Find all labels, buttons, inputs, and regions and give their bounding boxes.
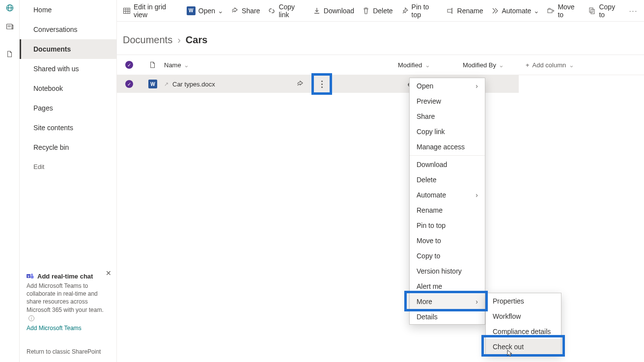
sidebar-item-pages[interactable]: Pages: [20, 98, 116, 118]
menu-manage-access[interactable]: Manage access: [410, 139, 485, 154]
menu-pin[interactable]: Pin to top: [410, 218, 485, 233]
menu-copy-link[interactable]: Copy link: [410, 124, 485, 139]
submenu-checkout[interactable]: Check out: [486, 339, 561, 354]
sidebar-item-conversations[interactable]: Conversations: [20, 20, 116, 39]
menu-download[interactable]: Download: [410, 157, 485, 172]
move-button[interactable]: Move to: [547, 3, 580, 19]
chevron-down-icon: ⌄: [184, 62, 189, 67]
automate-button[interactable]: Automate ⌄: [491, 7, 539, 15]
svg-point-9: [31, 274, 33, 276]
breadcrumb-leaf: Cars: [186, 34, 207, 46]
context-menu: Open Preview Share Copy link Manage acce…: [409, 78, 485, 325]
file-name[interactable]: Car types.docx: [172, 81, 215, 88]
svg-text:T: T: [28, 275, 30, 278]
cursor-icon: [507, 350, 514, 357]
sidebar-item-home[interactable]: Home: [20, 0, 116, 20]
pin-button[interactable]: Pin to top: [401, 3, 439, 19]
menu-open[interactable]: Open: [410, 78, 485, 93]
checkout-indicator-icon: ↗: [164, 81, 168, 87]
pin-icon: [401, 7, 409, 15]
chevron-down-icon: ⌄: [218, 8, 223, 13]
svg-rect-16: [448, 9, 452, 12]
sidebar-item-documents[interactable]: Documents: [20, 39, 116, 59]
add-column-button[interactable]: +Add column⌄: [526, 61, 574, 69]
copy-link-button[interactable]: Copy link: [268, 3, 305, 19]
word-icon: W: [187, 6, 196, 15]
context-submenu: Properties Workflow Compliance details C…: [485, 293, 561, 355]
sidebar-item-shared[interactable]: Shared with us: [20, 59, 116, 79]
highlight-ellipsis: [311, 73, 332, 95]
sidebar-item-recycle[interactable]: Recycle bin: [20, 138, 116, 157]
teams-icon: T: [27, 272, 34, 280]
close-icon[interactable]: ✕: [106, 269, 112, 277]
menu-alert[interactable]: Alert me: [410, 278, 485, 294]
rename-icon: [447, 7, 454, 15]
column-modified[interactable]: Modified⌄: [398, 61, 463, 69]
chevron-down-icon: ⌄: [499, 62, 504, 67]
grid-header: ✓ Name⌄ Modified⌄ Modified By⌄ +Add colu…: [117, 55, 644, 75]
more-actions-button[interactable]: ···: [629, 7, 638, 15]
file-icon[interactable]: [5, 49, 15, 59]
svg-rect-4: [12, 25, 13, 29]
globe-icon[interactable]: [5, 3, 15, 13]
svg-rect-11: [124, 8, 130, 13]
teams-promo: ✕ T Add real-time chat Add Microsoft Tea…: [20, 267, 116, 336]
menu-share[interactable]: Share: [410, 109, 485, 124]
menu-delete[interactable]: Delete: [410, 172, 485, 187]
submenu-properties[interactable]: Properties: [486, 293, 561, 308]
submenu-compliance[interactable]: Compliance details: [486, 324, 561, 339]
left-nav: Home Conversations Documents Shared with…: [20, 0, 117, 362]
sidebar-item-contents[interactable]: Site contents: [20, 118, 116, 138]
menu-copy[interactable]: Copy to: [410, 248, 485, 263]
promo-desc: Add Microsoft Teams to collaborate in re…: [27, 282, 104, 313]
return-classic-link[interactable]: Return to classic SharePoint: [27, 348, 101, 355]
trash-icon: [362, 7, 370, 15]
file-type-column-icon[interactable]: [141, 61, 164, 69]
column-name[interactable]: Name⌄: [164, 61, 292, 69]
copy-button[interactable]: Copy to: [588, 3, 621, 19]
row-more-button[interactable]: [314, 76, 330, 92]
chevron-down-icon: ⌄: [569, 62, 574, 67]
row-select-toggle[interactable]: ✓: [125, 80, 133, 88]
promo-link[interactable]: Add Microsoft Teams: [27, 325, 110, 332]
menu-preview[interactable]: Preview: [410, 93, 485, 109]
app-rail: [0, 0, 20, 362]
sidebar-edit-link[interactable]: Edit: [20, 157, 116, 176]
menu-move[interactable]: Move to: [410, 233, 485, 248]
download-icon: [313, 7, 321, 15]
copy-icon: [588, 7, 596, 15]
menu-rename[interactable]: Rename: [410, 202, 485, 218]
rename-button[interactable]: Rename: [447, 7, 483, 15]
command-bar: Edit in grid view W Open ⌄ Share Copy li…: [117, 0, 644, 22]
menu-details[interactable]: Details: [410, 309, 485, 324]
chevron-right-icon: ›: [177, 34, 181, 46]
delete-button[interactable]: Delete: [362, 7, 392, 15]
breadcrumb: Documents › Cars: [117, 22, 644, 55]
main-area: Edit in grid view W Open ⌄ Share Copy li…: [117, 0, 644, 362]
info-icon[interactable]: i: [28, 315, 34, 321]
promo-title: Add real-time chat: [37, 273, 93, 280]
submenu-workflow[interactable]: Workflow: [486, 308, 561, 324]
news-icon[interactable]: [5, 22, 15, 31]
svg-rect-10: [31, 276, 34, 278]
menu-more[interactable]: More: [410, 294, 485, 309]
sidebar-item-notebook[interactable]: Notebook: [20, 79, 116, 98]
share-icon[interactable]: [296, 80, 305, 88]
edit-grid-button[interactable]: Edit in grid view: [123, 3, 179, 19]
chevron-down-icon: ⌄: [425, 62, 430, 67]
column-modified-by[interactable]: Modified By⌄: [463, 61, 526, 69]
chevron-down-icon: ⌄: [534, 8, 539, 13]
select-all-toggle[interactable]: ✓: [125, 61, 133, 69]
flow-icon: [491, 7, 499, 15]
grid-icon: [123, 7, 131, 15]
menu-version[interactable]: Version history: [410, 263, 485, 278]
download-button[interactable]: Download: [313, 7, 354, 15]
link-icon: [268, 7, 276, 15]
menu-automate[interactable]: Automate: [410, 187, 485, 202]
share-icon: [231, 7, 239, 15]
open-button[interactable]: W Open ⌄: [187, 6, 223, 15]
move-icon: [547, 7, 555, 15]
svg-rect-20: [548, 9, 552, 13]
share-button[interactable]: Share: [231, 7, 260, 15]
breadcrumb-root[interactable]: Documents: [123, 34, 172, 46]
